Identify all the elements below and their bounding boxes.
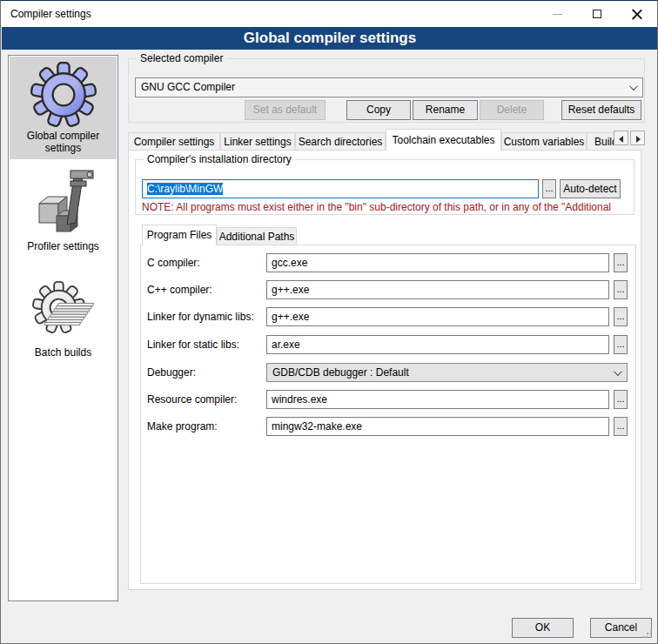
subtab-program-files[interactable]: Program Files xyxy=(142,225,217,245)
linker-static-browse-button[interactable]: ... xyxy=(614,335,628,354)
selected-compiler-group-label: Selected compiler xyxy=(137,52,226,64)
tab-scroll-right-icon xyxy=(636,136,641,143)
resource-compiler-input[interactable] xyxy=(266,390,609,409)
subtab-additional-paths[interactable]: Additional Paths xyxy=(217,227,297,245)
resource-compiler-browse-button[interactable]: ... xyxy=(614,390,628,409)
tab-search-directories[interactable]: Search directories xyxy=(295,132,386,150)
sidebar-item-batch-builds[interactable]: Batch builds xyxy=(10,275,117,364)
profiler-caliper-icon xyxy=(32,167,95,238)
cpp-compiler-input[interactable] xyxy=(266,280,609,299)
installation-directory-group-label: Compiler's installation directory xyxy=(144,153,295,165)
selected-compiler-value: GNU GCC Compiler xyxy=(141,81,235,93)
make-program-input[interactable] xyxy=(266,417,609,436)
maximize-button[interactable] xyxy=(577,1,617,27)
debugger-label: Debugger: xyxy=(147,366,196,379)
close-button[interactable] xyxy=(617,1,657,27)
cpp-compiler-browse-button[interactable]: ... xyxy=(614,280,628,299)
make-program-label: Make program: xyxy=(147,420,218,433)
installation-directory-note: NOTE: All programs must exist either in … xyxy=(142,201,631,213)
sidebar: Global compiler settings xyxy=(8,55,118,601)
installation-directory-browse-button[interactable]: ... xyxy=(542,179,556,198)
linker-static-input[interactable] xyxy=(266,335,609,354)
sidebar-item-label: Global compiler settings xyxy=(10,130,117,159)
c-compiler-browse-button[interactable]: ... xyxy=(614,253,628,272)
blue-gear-icon xyxy=(30,62,97,128)
minimize-icon xyxy=(553,14,562,15)
tab-toolchain-executables[interactable]: Toolchain executables xyxy=(386,129,501,151)
make-program-browse-button[interactable]: ... xyxy=(614,417,628,436)
tab-scroll-left-button[interactable] xyxy=(614,131,628,145)
minimize-button[interactable] xyxy=(537,1,577,27)
selected-compiler-combobox[interactable]: GNU GCC Compiler xyxy=(135,77,643,97)
set-as-default-button[interactable]: Set as default xyxy=(245,100,326,120)
window-title: Compiler settings xyxy=(10,8,91,20)
compiler-settings-dialog: Compiler settings Global compiler settin… xyxy=(0,0,658,644)
close-icon xyxy=(632,9,642,19)
cpp-compiler-label: C++ compiler: xyxy=(147,284,212,296)
linker-static-label: Linker for static libs: xyxy=(147,339,239,351)
linker-dynamic-label: Linker for dynamic libs: xyxy=(147,311,254,323)
delete-button[interactable]: Delete xyxy=(480,100,544,120)
linker-dynamic-input[interactable] xyxy=(266,307,609,326)
linker-dynamic-browse-button[interactable]: ... xyxy=(614,307,628,326)
installation-directory-input[interactable]: C:\raylib\MinGW xyxy=(142,179,539,198)
reset-defaults-button[interactable]: Reset defaults xyxy=(561,100,641,120)
chevron-down-icon xyxy=(629,82,638,91)
tab-compiler-settings[interactable]: Compiler settings xyxy=(128,132,220,150)
titlebar: Compiler settings xyxy=(1,1,657,27)
tab-scroll-buttons xyxy=(614,129,646,150)
installation-directory-value: C:\raylib\MinGW xyxy=(147,183,223,195)
auto-detect-button[interactable]: Auto-detect xyxy=(560,179,621,198)
chevron-down-icon xyxy=(614,367,622,376)
c-compiler-input[interactable] xyxy=(266,253,609,272)
sidebar-item-label: Batch builds xyxy=(10,346,117,364)
sidebar-item-label: Profiler settings xyxy=(10,240,117,258)
tab-build-options[interactable]: Build options xyxy=(587,132,614,150)
tab-custom-variables[interactable]: Custom variables xyxy=(501,132,587,150)
tab-scroll-right-button[interactable] xyxy=(630,131,645,145)
sidebar-item-profiler-settings[interactable]: Profiler settings xyxy=(10,162,117,258)
c-compiler-label: C compiler: xyxy=(147,257,200,269)
batch-builds-icon xyxy=(31,280,96,345)
tab-linker-settings[interactable]: Linker settings xyxy=(220,132,295,150)
debugger-value: GDB/CDB debugger : Default xyxy=(272,366,409,379)
copy-button[interactable]: Copy xyxy=(346,100,411,120)
tab-scroll-left-icon xyxy=(619,136,623,143)
sidebar-item-global-compiler-settings[interactable]: Global compiler settings xyxy=(10,57,117,159)
debugger-combobox[interactable]: GDB/CDB debugger : Default xyxy=(266,363,628,382)
rename-button[interactable]: Rename xyxy=(413,100,478,120)
maximize-icon xyxy=(593,10,601,18)
resource-compiler-label: Resource compiler: xyxy=(147,393,237,406)
cancel-button[interactable]: Cancel xyxy=(590,618,652,638)
resize-grip[interactable] xyxy=(650,636,652,638)
ok-button[interactable]: OK xyxy=(512,618,574,638)
page-title: Global compiler settings xyxy=(2,27,658,50)
